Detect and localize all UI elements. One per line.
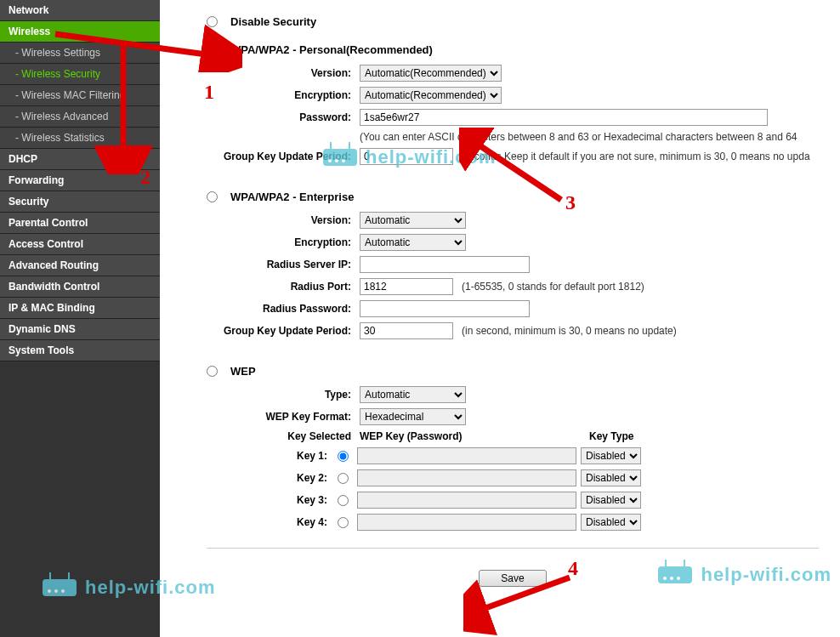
wep-title: WEP: [230, 365, 256, 378]
key2-radio[interactable]: [338, 473, 349, 484]
ent-gkup-label: Group Key Update Period:: [207, 325, 360, 337]
gkup-input[interactable]: [360, 148, 453, 165]
wep-key-col: WEP Key (Password): [360, 430, 589, 442]
key4-radio[interactable]: [338, 517, 349, 528]
version-label: Version:: [207, 67, 360, 79]
nav-network[interactable]: Network: [0, 0, 160, 21]
ent-version-label: Version:: [207, 214, 360, 226]
wep-format-label: WEP Key Format:: [207, 411, 360, 423]
key1-input[interactable]: [357, 447, 576, 464]
annotation-1: 1: [204, 81, 214, 104]
nav-parental-control[interactable]: Parental Control: [0, 213, 160, 234]
radius-pass-input[interactable]: [360, 300, 530, 317]
ent-encryption-select[interactable]: Automatic: [360, 234, 466, 251]
key1-type[interactable]: Disabled: [581, 447, 641, 464]
ent-version-select[interactable]: Automatic: [360, 212, 466, 229]
disable-security-title: Disable Security: [230, 15, 316, 28]
annotation-2: 2: [140, 166, 150, 189]
nav-dhcp[interactable]: DHCP: [0, 149, 160, 170]
nav-security[interactable]: Security: [0, 191, 160, 213]
nav-ip-mac-binding[interactable]: IP & MAC Binding: [0, 298, 160, 319]
nav-advanced-routing[interactable]: Advanced Routing: [0, 255, 160, 276]
version-select[interactable]: Automatic(Recommended): [360, 65, 502, 82]
key4-type[interactable]: Disabled: [581, 514, 641, 531]
annotation-4: 4: [568, 557, 578, 580]
nav-wireless[interactable]: Wireless: [0, 21, 160, 43]
ent-gkup-input[interactable]: [360, 322, 453, 339]
key3-label: Key 3:: [207, 494, 336, 506]
wpa-personal-title: WPA/WPA2 - Personal(Recommended): [230, 43, 433, 56]
nav-system-tools[interactable]: System Tools: [0, 340, 160, 361]
key4-label: Key 4:: [207, 516, 336, 528]
key4-input[interactable]: [357, 514, 576, 531]
gkup-hint: Seconds Keep it default if you are not s…: [462, 151, 810, 162]
key2-label: Key 2:: [207, 472, 336, 484]
radius-port-input[interactable]: [360, 278, 453, 295]
annotation-3: 3: [565, 191, 576, 214]
radius-port-hint: (1-65535, 0 stands for default port 1812…: [462, 281, 644, 293]
key2-type[interactable]: Disabled: [581, 469, 641, 486]
radius-ip-label: Radius Server IP:: [207, 259, 360, 270]
key3-radio[interactable]: [338, 495, 349, 506]
nav-forwarding[interactable]: Forwarding: [0, 170, 160, 191]
nav-dynamic-dns[interactable]: Dynamic DNS: [0, 319, 160, 340]
nav-bandwidth-control[interactable]: Bandwidth Control: [0, 276, 160, 298]
radio-wep[interactable]: [207, 366, 218, 377]
password-label: Password:: [207, 111, 360, 123]
nav-wireless-mac-filtering[interactable]: - Wireless MAC Filtering: [0, 85, 160, 106]
wep-format-select[interactable]: Hexadecimal: [360, 408, 466, 425]
main-content: Disable Security WPA/WPA2 - Personal(Rec…: [160, 0, 840, 637]
radius-port-label: Radius Port:: [207, 281, 360, 293]
password-input[interactable]: [360, 109, 768, 126]
sidebar: Network Wireless - Wireless Settings - W…: [0, 0, 160, 637]
wep-type-select[interactable]: Automatic: [360, 386, 466, 403]
nav-wireless-advanced[interactable]: - Wireless Advanced: [0, 106, 160, 128]
nav-access-control[interactable]: Access Control: [0, 234, 160, 255]
key3-input[interactable]: [357, 492, 576, 509]
wpa-enterprise-title: WPA/WPA2 - Enterprise: [230, 191, 354, 203]
key-type-col: Key Type: [589, 430, 633, 442]
key2-input[interactable]: [357, 469, 576, 486]
nav-wireless-security[interactable]: - Wireless Security: [0, 64, 160, 85]
key1-radio[interactable]: [338, 451, 349, 462]
gkup-label: Group Key Update Period:: [207, 151, 360, 162]
password-hint: (You can enter ASCII characters between …: [360, 131, 797, 143]
radius-ip-input[interactable]: [360, 256, 530, 273]
encryption-label: Encryption:: [207, 89, 360, 101]
encryption-select[interactable]: Automatic(Recommended): [360, 87, 502, 104]
radio-disable-security[interactable]: [207, 16, 218, 27]
nav-wireless-settings[interactable]: - Wireless Settings: [0, 43, 160, 64]
radio-wpa-enterprise[interactable]: [207, 191, 218, 202]
wep-type-label: Type:: [207, 389, 360, 401]
ent-encryption-label: Encryption:: [207, 236, 360, 248]
nav-wireless-statistics[interactable]: - Wireless Statistics: [0, 128, 160, 149]
key-selected-label: Key Selected: [207, 430, 360, 442]
radio-wpa-personal[interactable]: [207, 44, 218, 55]
save-button[interactable]: Save: [479, 570, 546, 587]
radius-pass-label: Radius Password:: [207, 303, 360, 315]
ent-gkup-hint: (in second, minimum is 30, 0 means no up…: [462, 325, 677, 337]
key3-type[interactable]: Disabled: [581, 492, 641, 509]
key1-label: Key 1:: [207, 450, 336, 462]
